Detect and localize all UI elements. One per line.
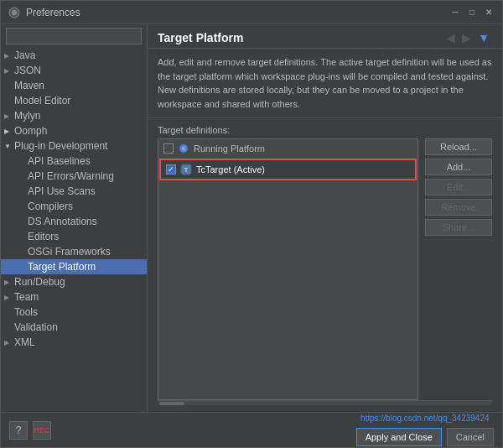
window-controls: ─ □ ✕ (449, 6, 495, 19)
edit-button[interactable]: Edit... (425, 179, 492, 195)
sidebar-item-api-use-scans[interactable]: ▶ API Use Scans (1, 184, 147, 199)
sidebar-item-oomph[interactable]: ▶ Oomph (1, 123, 147, 138)
arrow-icon: ▶ (4, 128, 14, 135)
nav-buttons: ◀ ▶ ▼ (443, 31, 492, 44)
section-label: Target definitions: (158, 125, 492, 135)
sidebar-item-model-editor[interactable]: ▶ Model Editor (1, 93, 147, 108)
target-checkbox-tc[interactable]: ✓ (166, 164, 176, 175)
footer-left: ? REC (9, 421, 51, 440)
reload-button[interactable]: Reload... (425, 138, 492, 155)
target-list: Running Platform ✓ T TcTarget (A (158, 138, 418, 400)
arrow-icon: ▶ (4, 339, 14, 346)
sidebar-item-team[interactable]: ▶ Team (1, 289, 147, 305)
panel-body: Target definitions: Run (148, 118, 502, 412)
title-bar: Preferences ─ □ ✕ (1, 1, 502, 24)
nav-forward-button[interactable]: ▶ (459, 31, 474, 44)
sidebar-item-ds-annotations[interactable]: ▶ DS Annotations (1, 214, 147, 229)
right-panel: Target Platform ◀ ▶ ▼ Add, edit and remo… (148, 24, 502, 412)
sidebar-item-java[interactable]: ▶ Java (1, 48, 147, 63)
target-name-running: Running Platform (194, 143, 265, 154)
share-button[interactable]: Share... (425, 219, 492, 236)
targets-area: Running Platform ✓ T TcTarget (A (158, 138, 492, 400)
arrow-icon: ▶ (4, 279, 14, 286)
sidebar-item-run-debug[interactable]: ▶ Run/Debug (1, 274, 147, 289)
target-icon-running (177, 142, 190, 155)
footer-right: https://blog.csdn.net/qq_34239424 Apply … (356, 414, 494, 446)
sidebar-item-xml[interactable]: ▶ XML (1, 335, 147, 350)
sidebar-item-compilers[interactable]: ▶ Compilers (1, 199, 147, 214)
target-icon-tc: T (179, 163, 193, 176)
sidebar-item-target-platform[interactable]: ▶ Target Platform (1, 259, 147, 274)
target-name-tc: TcTarget (Active) (196, 164, 265, 175)
nav-dropdown-button[interactable]: ▼ (475, 31, 492, 44)
footer: ? REC https://blog.csdn.net/qq_34239424 … (1, 412, 502, 447)
svg-text:T: T (184, 166, 189, 174)
window-title: Preferences (26, 7, 449, 18)
sidebar-item-mylyn[interactable]: ▶ Mylyn (1, 108, 147, 123)
footer-actions: Apply and Close Cancel (356, 428, 494, 446)
nav-back-button[interactable]: ◀ (443, 31, 458, 44)
arrow-icon: ▼ (4, 143, 14, 150)
arrow-icon: ▶ (4, 52, 14, 60)
window-icon (8, 6, 21, 19)
arrow-icon: ▶ (4, 112, 14, 120)
preferences-window: Preferences ─ □ ✕ ▶ Java ▶ JSON ▶ (0, 0, 503, 448)
scrollbar[interactable] (158, 400, 492, 405)
arrow-icon: ▶ (4, 294, 14, 301)
footer-link: https://blog.csdn.net/qq_34239424 (360, 414, 489, 423)
target-checkbox-running[interactable] (163, 143, 174, 154)
sidebar-item-api-errors[interactable]: ▶ API Errors/Warning (1, 169, 147, 184)
side-buttons: Reload... Add... Edit... Remove Share... (425, 138, 492, 400)
rec-button[interactable]: REC (33, 421, 51, 440)
panel-header: Target Platform ◀ ▶ ▼ (148, 24, 502, 49)
apply-close-button[interactable]: Apply and Close (356, 428, 442, 446)
sidebar-item-maven[interactable]: ▶ Maven (1, 78, 147, 93)
sidebar-item-osgi-frameworks[interactable]: ▶ OSGi Frameworks (1, 244, 147, 259)
sidebar: ▶ Java ▶ JSON ▶ Maven ▶ Model Editor ▶ M… (1, 24, 148, 412)
panel-title: Target Platform (158, 31, 243, 44)
maximize-button[interactable]: □ (465, 6, 479, 19)
target-running-platform[interactable]: Running Platform (158, 139, 417, 158)
panel-description: Add, edit and remove target definitions.… (148, 49, 502, 118)
target-tc-target[interactable]: ✓ T TcTarget (Active) (159, 159, 417, 180)
minimize-button[interactable]: ─ (449, 6, 462, 19)
search-input[interactable] (6, 28, 142, 44)
sidebar-item-editors[interactable]: ▶ Editors (1, 229, 147, 244)
arrow-icon: ▶ (4, 67, 14, 75)
close-button[interactable]: ✕ (482, 6, 495, 19)
main-content: ▶ Java ▶ JSON ▶ Maven ▶ Model Editor ▶ M… (1, 24, 502, 412)
sidebar-item-api-baselines[interactable]: ▶ API Baselines (1, 154, 147, 169)
cancel-button[interactable]: Cancel (447, 428, 494, 446)
svg-point-3 (182, 147, 185, 150)
add-button[interactable]: Add... (425, 159, 492, 175)
help-button[interactable]: ? (9, 421, 28, 440)
sidebar-item-validation[interactable]: ▶ Validation (1, 320, 147, 335)
sidebar-item-tools[interactable]: ▶ Tools (1, 305, 147, 320)
scroll-thumb (159, 402, 184, 405)
sidebar-item-plugin-dev[interactable]: ▼ Plug-in Development (1, 138, 147, 154)
sidebar-item-json[interactable]: ▶ JSON (1, 63, 147, 78)
svg-point-1 (12, 10, 17, 15)
remove-button[interactable]: Remove (425, 199, 492, 216)
